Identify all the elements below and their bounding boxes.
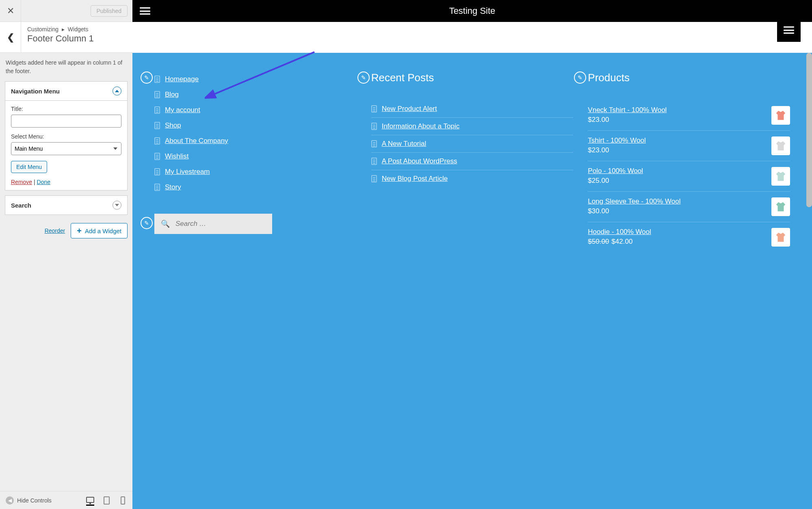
nav-link[interactable]: Shop xyxy=(165,121,181,130)
edit-widget-shortcut[interactable]: ✎ xyxy=(357,71,370,84)
product-price-current: $23.00 xyxy=(588,116,609,123)
product-thumbnail[interactable] xyxy=(771,136,790,155)
product-item: Long Sleeve Tee - 100% Wool$30.00 xyxy=(588,191,790,222)
breadcrumb-path: Customizing ▸ Widgets xyxy=(27,26,126,32)
page-icon xyxy=(154,76,160,83)
product-price-current: $23.00 xyxy=(588,146,609,154)
pencil-icon: ✎ xyxy=(361,74,366,81)
select-menu-dropdown[interactable]: Main Menu xyxy=(11,142,121,155)
remove-widget-link[interactable]: Remove xyxy=(11,179,32,185)
breadcrumb-lead: Customizing xyxy=(27,26,58,32)
pencil-icon: ✎ xyxy=(578,74,582,81)
reorder-link[interactable]: Reorder xyxy=(45,227,65,234)
close-customizer-button[interactable]: ✕ xyxy=(0,0,21,22)
header-band xyxy=(132,22,812,53)
products-title: Products xyxy=(588,71,790,84)
nav-link[interactable]: My Livestream xyxy=(165,168,210,176)
post-link[interactable]: New Blog Post Article xyxy=(382,175,448,183)
expand-icon xyxy=(113,201,121,210)
breadcrumb-sep: ▸ xyxy=(60,26,66,32)
menu-toggle-button[interactable] xyxy=(777,18,801,42)
product-link[interactable]: Hoodie - 100% Wool xyxy=(588,228,651,236)
collapse-icon xyxy=(113,87,121,95)
search-input[interactable] xyxy=(175,220,266,228)
product-link[interactable]: Long Sleeve Tee - 100% Wool xyxy=(588,197,680,206)
site-title: Testing Site xyxy=(449,6,496,16)
product-thumbnail[interactable] xyxy=(771,197,790,216)
nav-link[interactable]: About The Company xyxy=(165,137,228,145)
edit-menu-button[interactable]: Edit Menu xyxy=(11,161,47,173)
post-item: Information About a Topic xyxy=(371,117,574,135)
post-link[interactable]: A Post About WordPress xyxy=(382,157,457,165)
scrollbar-thumb[interactable] xyxy=(806,53,812,207)
product-thumbnail[interactable] xyxy=(771,106,790,125)
edit-widget-shortcut[interactable]: ✎ xyxy=(574,71,586,84)
post-item: New Product Alert xyxy=(371,100,574,117)
select-menu-label: Select Menu: xyxy=(11,133,121,140)
done-widget-link[interactable]: Done xyxy=(37,179,50,185)
page-icon xyxy=(154,91,160,98)
edit-widget-shortcut[interactable]: ✎ xyxy=(141,217,153,229)
nav-link[interactable]: Blog xyxy=(165,91,179,99)
product-price-current: $42.00 xyxy=(611,238,632,245)
footer-column-3: ✎ Products Vneck Tshirt - 100% Wool$23.0… xyxy=(588,69,790,460)
widget-header-navigation-menu[interactable]: Navigation Menu xyxy=(5,82,127,101)
breadcrumb-parent: Widgets xyxy=(68,26,89,32)
product-item: Vneck Tshirt - 100% Wool$23.00 xyxy=(588,100,790,130)
nav-item: My Livestream xyxy=(154,164,357,180)
mobile-preview-button[interactable] xyxy=(119,495,127,506)
product-item: Polo - 100% Wool$25.00 xyxy=(588,161,790,191)
product-price: $50.00$42.00 xyxy=(588,238,765,246)
page-icon xyxy=(154,122,160,129)
post-link[interactable]: Information About a Topic xyxy=(382,122,460,130)
nav-link[interactable]: Story xyxy=(165,183,181,191)
nav-link[interactable]: My account xyxy=(165,106,200,114)
page-icon xyxy=(154,184,160,191)
product-link[interactable]: Tshirt - 100% Wool xyxy=(588,136,645,145)
menu-icon[interactable] xyxy=(140,7,150,15)
page-icon xyxy=(371,140,377,147)
nav-link[interactable]: Homepage xyxy=(165,75,199,83)
edit-widget-shortcut[interactable]: ✎ xyxy=(141,71,153,84)
page-icon xyxy=(154,168,160,175)
post-item: A New Tutorial xyxy=(371,135,574,152)
title-label: Title: xyxy=(11,106,121,112)
product-thumbnail[interactable] xyxy=(771,228,790,247)
widget-header-search[interactable]: Search xyxy=(5,196,127,214)
nav-item: Story xyxy=(154,180,357,195)
site-header: Testing Site xyxy=(132,0,812,22)
nav-menu-list: HomepageBlogMy accountShopAbout The Comp… xyxy=(154,71,357,195)
nav-item: About The Company xyxy=(154,133,357,149)
customizer-footer: ◀ Hide Controls xyxy=(0,491,132,509)
add-widget-button[interactable]: + Add a Widget xyxy=(71,223,128,238)
plus-icon: + xyxy=(77,227,82,235)
recent-posts-title: Recent Posts xyxy=(371,71,574,84)
nav-item: Homepage xyxy=(154,71,357,87)
nav-link[interactable]: Wishlist xyxy=(165,152,189,160)
post-link[interactable]: A New Tutorial xyxy=(382,140,427,148)
nav-item: My account xyxy=(154,102,357,118)
customizer-sidebar: ✕ Published ❮ Customizing ▸ Widgets Foot… xyxy=(0,0,132,509)
product-link[interactable]: Vneck Tshirt - 100% Wool xyxy=(588,106,667,114)
products-list: Vneck Tshirt - 100% Wool$23.00Tshirt - 1… xyxy=(588,100,790,252)
page-icon xyxy=(371,105,377,113)
page-icon xyxy=(371,175,377,182)
hide-controls-icon[interactable]: ◀ xyxy=(6,496,14,505)
product-price-current: $30.00 xyxy=(588,207,609,215)
action-separator: | xyxy=(34,179,37,185)
search-icon: 🔍 xyxy=(161,219,170,228)
widget-title-input[interactable] xyxy=(11,115,121,128)
page-icon xyxy=(154,153,160,160)
back-button[interactable]: ❮ xyxy=(0,22,21,52)
widget-search: Search xyxy=(5,195,128,215)
recent-posts-list: New Product AlertInformation About a Top… xyxy=(371,100,574,187)
product-item: Hoodie - 100% Wool$50.00$42.00 xyxy=(588,222,790,252)
product-link[interactable]: Polo - 100% Wool xyxy=(588,167,643,175)
desktop-preview-button[interactable] xyxy=(86,495,94,506)
post-link[interactable]: New Product Alert xyxy=(382,105,437,113)
hide-controls-label[interactable]: Hide Controls xyxy=(17,497,83,504)
tablet-preview-button[interactable] xyxy=(102,495,110,506)
product-thumbnail[interactable] xyxy=(771,167,790,186)
product-item: Tshirt - 100% Wool$23.00 xyxy=(588,130,790,161)
footer-column-1: ✎ HomepageBlogMy accountShopAbout The Co… xyxy=(154,69,357,460)
